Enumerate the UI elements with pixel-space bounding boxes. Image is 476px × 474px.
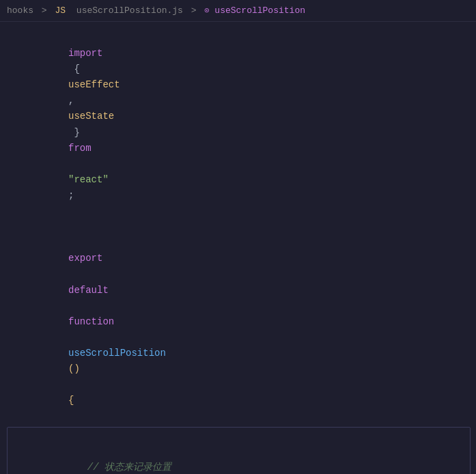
breadcrumb-hooks[interactable]: hooks (7, 5, 33, 16)
function-icon: ⊙ (204, 6, 209, 16)
breadcrumb-separator-3: > (191, 5, 202, 16)
code-line-2 (0, 219, 476, 235)
code-editor[interactable]: import { useEffect , useState } from "re… (0, 22, 476, 474)
breadcrumb-bar: hooks > JS useScrollPosition.js > ⊙ useS… (0, 0, 476, 22)
breadcrumb-function: useScrollPosition (214, 5, 305, 16)
code-line-4: // 状态来记录位置 (8, 428, 470, 474)
editor-window: hooks > JS useScrollPosition.js > ⊙ useS… (0, 0, 476, 474)
breadcrumb-js-label: JS (55, 5, 66, 16)
code-line-1: import { useEffect , useState } from "re… (0, 30, 476, 219)
code-line-3: export default function useScrollPositio… (0, 235, 476, 424)
breadcrumb-separator-1: > (42, 5, 53, 16)
function-body-block: // 状态来记录位置 const [ scrollX , setScrollX … (7, 427, 471, 474)
breadcrumb-file[interactable]: useScrollPosition.js (76, 5, 183, 16)
